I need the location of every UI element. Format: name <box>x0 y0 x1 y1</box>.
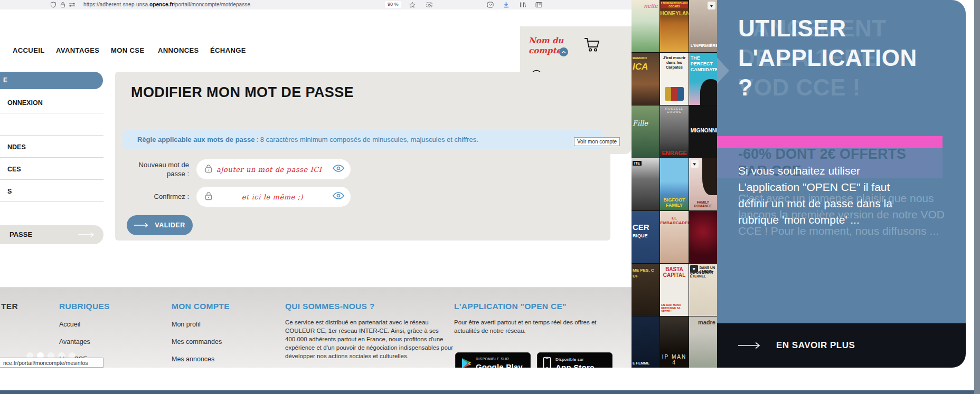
favorite-heart-icon[interactable] <box>691 160 699 168</box>
sidebar-item-connexion[interactable]: ONNEXION <box>7 99 43 107</box>
poster-title: BASTA CAPITAL <box>660 266 688 278</box>
title-line: UTILISER <box>738 14 917 43</box>
vod-poster-wall: nette 2 NOMINATIONS AUX OSCARSHONEYLAND … <box>632 0 717 368</box>
confirm-password-field[interactable] <box>196 187 351 207</box>
sidebar-item-annonces[interactable]: CES <box>7 166 21 173</box>
window-scrollbar[interactable] <box>974 0 980 394</box>
browser-toolbar: https://adherent-snep-unsa.opence.fr/por… <box>0 0 632 10</box>
password-card: MODIFIER MON MOT DE PASSE Règle applicab… <box>115 72 610 241</box>
url-bar[interactable]: https://adherent-snep-unsa.opence.fr/por… <box>83 2 250 7</box>
movie-poster <box>689 211 717 263</box>
lock-icon <box>205 164 212 175</box>
poster-title: nette <box>644 3 658 9</box>
poster-title: J'irai mourir dans les Carpates <box>662 55 686 70</box>
google-play-icon <box>461 358 472 368</box>
poster-title: HONEYLAND <box>660 11 688 16</box>
favorite-heart-icon[interactable] <box>690 265 698 273</box>
submit-button[interactable]: VALIDER <box>127 215 193 235</box>
slide-notch-arrow-icon <box>717 57 729 84</box>
sidebar-toggle-icon[interactable] <box>535 2 542 8</box>
footer-link-annonces[interactable]: Mes annonces <box>172 355 214 363</box>
footer-heading-rubriques: RUBRIQUES <box>59 302 110 311</box>
divider <box>0 113 103 113</box>
footer-heading-compte: MON COMPTE <box>172 302 230 311</box>
link-tooltip: Voir mon compte <box>574 137 620 146</box>
poster-title: L'INFIRMIÈRE <box>691 43 717 48</box>
divider <box>0 157 103 158</box>
download-icon[interactable] <box>503 2 509 8</box>
poster-title: ICA <box>633 62 648 72</box>
nav-echange[interactable]: ÉCHANGE <box>210 46 246 54</box>
poster-title: ITE <box>633 161 642 166</box>
lock-icon[interactable] <box>60 2 66 8</box>
footer-link-avantages[interactable]: Avantages <box>59 338 90 345</box>
new-password-input[interactable] <box>215 165 329 174</box>
divider <box>0 201 103 202</box>
movie-poster: ITE <box>632 158 659 210</box>
page-viewport: ACCUEIL AVANTAGES MON CSE ANNONCES ÉCHAN… <box>0 9 632 368</box>
poster-title: EL EMBARCADERO <box>660 216 688 225</box>
slide-title: UTILISER L'APPLICATION ? <box>738 14 917 102</box>
new-password-label: Nouveau mot de passe : <box>123 160 189 178</box>
movie-poster: BASTA CAPITALEN 2020, MANU RETOURNE SA V… <box>660 264 688 316</box>
footer-link-accueil[interactable]: Accueil <box>59 321 80 328</box>
chevron-up-icon[interactable] <box>559 47 568 56</box>
movie-poster: L'INFIRMIÈRE <box>689 0 717 52</box>
poster-title: E FEMME <box>633 361 649 365</box>
eye-icon[interactable] <box>333 165 344 174</box>
poster-subtext: BAMAKO <box>633 56 647 60</box>
badge-big-text: Google Play <box>476 363 523 368</box>
badge-small-text: DISPONIBLE SUR <box>476 358 523 361</box>
movie-poster: 2 NOMINATIONS AUX OSCARSHONEYLAND <box>660 0 688 52</box>
arrow-right-icon <box>78 232 96 238</box>
nav-avantages[interactable]: AVANTAGES <box>56 46 99 54</box>
poster-title: FAMILY ROMANCE <box>689 200 717 208</box>
bookmark-star-icon[interactable] <box>409 2 416 8</box>
footer-about-text: Ce service est distribué en partenariat … <box>285 318 459 360</box>
right-gap <box>966 0 974 390</box>
sidebar-item-mot-de-passe[interactable]: PASSE <box>0 225 103 244</box>
screenshot-icon[interactable] <box>426 2 432 8</box>
zoom-level[interactable]: 90 % <box>385 1 401 8</box>
title-line: ? <box>738 73 917 102</box>
pocket-icon[interactable] <box>487 2 493 8</box>
app-store-badge[interactable]: Disponible sur App Store <box>537 352 612 368</box>
submit-label: VALIDER <box>155 222 185 229</box>
library-icon[interactable] <box>519 2 525 8</box>
footer-heading-qui: QUI SOMMES-NOUS ? <box>285 302 375 311</box>
cart-icon[interactable] <box>583 37 601 55</box>
eye-icon[interactable] <box>333 192 344 201</box>
movie-poster: FAMILY ROMANCE <box>689 158 717 210</box>
rule-label: Règle applicable aux mots de passe <box>137 136 255 143</box>
movie-poster: IP MAN 4 <box>660 316 688 368</box>
arrow-right-icon <box>738 342 762 349</box>
confirm-password-input[interactable] <box>215 193 329 201</box>
new-password-field[interactable] <box>196 159 351 179</box>
sidebar-item-commandes[interactable]: NDES <box>7 143 26 151</box>
nav-mon-cse[interactable]: MON CSE <box>111 46 144 54</box>
phone-icon <box>543 357 551 368</box>
poster-title: ENRAGÉ <box>660 150 688 156</box>
badge-big-text: App Store <box>555 363 594 368</box>
footer-link-commandes[interactable]: Mes commandes <box>172 338 222 345</box>
movie-poster: nette <box>632 0 659 52</box>
shield-icon[interactable] <box>50 2 56 8</box>
nav-accueil[interactable]: ACCUEIL <box>13 46 45 54</box>
en-savoir-plus-button[interactable]: EN SAVOIR PLUS <box>717 323 966 368</box>
divider <box>0 179 103 180</box>
poster-subtext: CER <box>633 223 649 232</box>
footer-heading-app: L'APPLICATION "OPEN CE" <box>454 302 567 311</box>
google-play-badge[interactable]: DISPONIBLE SUR Google Play <box>455 352 531 368</box>
permissions-icon[interactable] <box>69 2 75 8</box>
sidebar-item-infos[interactable]: S <box>7 188 12 195</box>
poster-title: Fille <box>633 119 648 127</box>
poster-title: BIGFOOT FAMILY <box>660 197 688 208</box>
movie-poster: THE PERFECT CANDIDATE <box>689 53 717 105</box>
footer-link-profil[interactable]: Mon profil <box>172 321 201 328</box>
nav-annonces[interactable]: ANNONCES <box>158 46 199 54</box>
footer-app-text: Pour être averti partout et en temps rée… <box>454 318 619 335</box>
sidebar-active-section-pill[interactable]: E <box>0 72 103 89</box>
favorite-heart-icon[interactable] <box>708 2 715 9</box>
movie-poster: CERRIQUE <box>632 211 659 263</box>
url-domain: opence.fr <box>149 2 174 7</box>
